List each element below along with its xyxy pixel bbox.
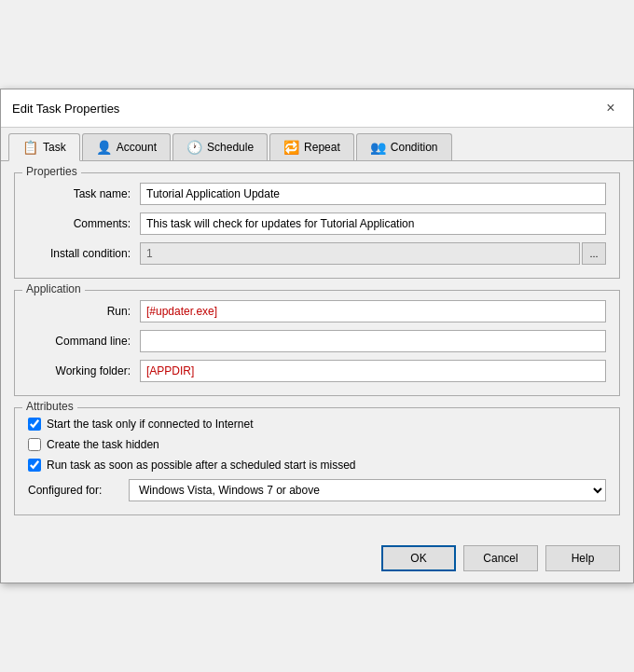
command-line-label: Command line: [28,335,140,348]
internet-checkbox[interactable] [28,418,41,431]
main-content: Properties Task name: Comments: Install … [1,161,633,538]
button-row: OK Cancel Help [1,538,633,583]
condition-tab-icon: 👥 [370,140,386,155]
missed-start-checkbox[interactable] [28,459,41,472]
attributes-group-label: Attributes [22,400,77,413]
title-bar: Edit Task Properties × [1,89,633,128]
checkbox3-label[interactable]: Run task as soon as possible after a sch… [47,459,356,472]
tab-repeat[interactable]: 🔁 Repeat [269,133,354,160]
task-name-input[interactable] [140,183,606,205]
tab-account[interactable]: 👤 Account [82,133,171,160]
tab-bar: 📋 Task 👤 Account 🕐 Schedule 🔁 Repeat 👥 C… [1,128,633,161]
install-condition-label: Install condition: [28,247,140,260]
attributes-group: Attributes Start the task only if connec… [14,407,620,515]
comments-label: Comments: [28,217,140,230]
account-tab-icon: 👤 [96,140,112,155]
tab-repeat-label: Repeat [304,141,340,154]
cancel-button[interactable]: Cancel [463,545,538,571]
checkbox3-row: Run task as soon as possible after a sch… [28,459,606,472]
comments-input[interactable] [140,213,606,235]
configured-for-label: Configured for: [28,484,121,497]
tab-condition-label: Condition [391,141,438,154]
tab-condition[interactable]: 👥 Condition [356,133,452,160]
comments-row: Comments: [28,213,606,235]
tab-account-label: Account [117,141,157,154]
properties-group-label: Properties [22,165,81,178]
ok-button[interactable]: OK [381,545,456,571]
checkbox2-row: Create the task hidden [28,438,606,451]
install-condition-row: Install condition: ... [28,242,606,265]
tab-task-label: Task [43,141,66,154]
checkbox1-row: Start the task only if connected to Inte… [28,418,606,431]
run-input[interactable] [140,300,606,322]
install-condition-input[interactable] [140,242,580,265]
repeat-tab-icon: 🔁 [283,140,299,155]
tab-schedule-label: Schedule [207,141,254,154]
run-row: Run: [28,300,606,322]
application-group: Application Run: Command line: Working f… [14,290,620,396]
command-line-input[interactable] [140,330,606,352]
close-button[interactable]: × [600,97,622,119]
browse-button[interactable]: ... [582,242,606,265]
dialog-title: Edit Task Properties [12,102,119,116]
application-group-label: Application [22,282,85,295]
working-folder-input[interactable] [140,360,606,382]
command-line-row: Command line: [28,330,606,352]
install-condition-container: ... [140,242,606,265]
tab-task[interactable]: 📋 Task [8,133,80,161]
checkbox2-label[interactable]: Create the task hidden [47,438,159,451]
working-folder-row: Working folder: [28,360,606,382]
properties-group: Properties Task name: Comments: Install … [14,172,620,279]
checkbox1-label[interactable]: Start the task only if connected to Inte… [47,418,253,431]
working-folder-label: Working folder: [28,364,140,377]
task-tab-icon: 📋 [22,140,38,155]
hidden-checkbox[interactable] [28,438,41,451]
run-label: Run: [28,305,140,318]
tab-schedule[interactable]: 🕐 Schedule [172,133,268,160]
configured-for-row: Configured for: Windows Vista, Windows 7… [28,479,606,501]
task-name-row: Task name: [28,183,606,205]
edit-task-dialog: Edit Task Properties × 📋 Task 👤 Account … [0,89,634,583]
help-button[interactable]: Help [545,545,620,571]
configured-for-select[interactable]: Windows Vista, Windows 7 or above Window… [129,479,606,501]
schedule-tab-icon: 🕐 [186,140,202,155]
task-name-label: Task name: [28,187,140,200]
